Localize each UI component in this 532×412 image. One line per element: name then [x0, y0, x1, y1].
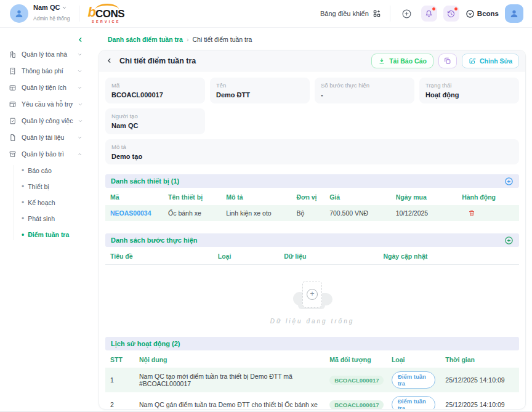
- detail-card: Chi tiết điểm tuần tra Tải Báo Cáo Chỉnh…: [99, 50, 526, 410]
- delete-device-button[interactable]: [462, 209, 514, 217]
- field-description-value: Demo tạo: [111, 153, 513, 160]
- history-content: Nam QC tạo mới điểm tuần tra thiết bị De…: [134, 368, 324, 392]
- devices-section-header: Danh sách thiết bị (1): [105, 174, 519, 188]
- chevron-left-icon: [105, 57, 113, 65]
- activity-history-button[interactable]: [443, 6, 459, 22]
- user-name: Nam QC: [33, 4, 60, 12]
- sidebar-item-fee-notice[interactable]: Thông báo phí: [9, 65, 83, 76]
- field-creator: Người tạo Nam QC: [105, 108, 205, 134]
- archive-box-icon: [9, 150, 17, 158]
- org-icon: [465, 9, 475, 18]
- col-header: Tên thiết bị: [163, 188, 221, 205]
- org-switcher[interactable]: Bcons: [465, 9, 499, 18]
- apps-grid-icon: [373, 9, 381, 18]
- download-report-button[interactable]: Tải Báo Cáo: [371, 54, 433, 68]
- add-device-button[interactable]: [504, 177, 514, 186]
- col-header: Nội dung: [134, 350, 324, 368]
- copy-icon: [443, 57, 451, 65]
- user-menu[interactable]: Nam QC Admin hệ thống: [10, 4, 70, 23]
- field-step-count: Số bước thực hiện -: [315, 78, 414, 103]
- edit-icon: [469, 57, 476, 65]
- chevron-down-icon: [78, 118, 83, 124]
- add-button[interactable]: [399, 6, 415, 22]
- maintenance-submenu: •Báo cáo •Thiết bị •Kế hoạch •Phát sinh …: [14, 165, 83, 240]
- field-creator-value: Nam QC: [111, 122, 199, 129]
- empty-illustration: +: [292, 281, 332, 309]
- type-pill: Điểm tuần tra: [392, 371, 435, 389]
- plus-circle-icon: [504, 177, 514, 186]
- logo-swoosh: [95, 4, 119, 9]
- history-content: Nam QC gán điểm tuần tra Demo ĐTT cho th…: [134, 392, 324, 410]
- field-name: Tên Demo ĐTT: [210, 78, 310, 103]
- col-header: Thời gian: [440, 350, 519, 368]
- col-header: Hành động: [457, 188, 519, 205]
- device-purchase-date: 10/12/2025: [391, 205, 457, 221]
- sidebar-item-building-management[interactable]: Quản lý tòa nhà: [9, 49, 83, 60]
- device-row: NEOAS00034 Ốc bánh xe Linh kiện xe oto B…: [105, 205, 519, 221]
- history-time: 25/12/2025 14:10:09: [440, 368, 519, 392]
- copy-button[interactable]: [438, 54, 457, 68]
- chevron-down-icon: [77, 85, 83, 91]
- divider: [390, 6, 390, 22]
- chevron-left-icon: [76, 36, 84, 44]
- panel-icon: [9, 100, 17, 108]
- sidebar-item-task-management[interactable]: Quản lý công việc: [9, 115, 83, 126]
- dashboard-link[interactable]: Bảng điều khiển: [320, 9, 381, 18]
- trash-icon: [468, 209, 475, 217]
- sidebar-collapse-button[interactable]: [76, 36, 84, 44]
- col-header: Giá: [324, 188, 391, 205]
- col-header: Dữ liệu: [279, 247, 378, 265]
- col-header: Mã đối tượng: [324, 350, 387, 368]
- device-code-link[interactable]: NEOAS00034: [110, 209, 151, 217]
- sidebar-subitem-incidents[interactable]: •Phát sinh: [22, 213, 83, 224]
- back-button[interactable]: [105, 57, 113, 65]
- logo-b-glyph: b: [88, 6, 96, 19]
- col-header: STT: [105, 350, 134, 368]
- empty-state: + Dữ liệu đang trống: [105, 265, 519, 331]
- history-table: STT Nội dung Mã đối tượng Loại Thời gian…: [105, 350, 519, 410]
- sidebar-subitem-plans[interactable]: •Kế hoạch: [22, 197, 83, 208]
- notification-badge: [432, 7, 436, 11]
- add-step-button[interactable]: [504, 236, 514, 245]
- sidebar-item-requests-support[interactable]: Yêu cầu và hỗ trợ: [9, 99, 83, 110]
- breadcrumb-separator: ›: [187, 36, 189, 43]
- edit-button[interactable]: Chỉnh Sửa: [462, 54, 519, 68]
- person-icon: [509, 9, 519, 18]
- brand-logo[interactable]: b CONS SERVICE: [88, 3, 125, 24]
- notifications-button[interactable]: [421, 6, 437, 22]
- sidebar-item-maintenance-management[interactable]: Quản lý bảo trì: [9, 148, 83, 160]
- page-title: Chi tiết điểm tuần tra: [119, 57, 196, 65]
- col-header: Đơn vị: [291, 188, 324, 205]
- field-status: Trạng thái Hoạt động: [419, 78, 519, 103]
- profile-avatar[interactable]: [505, 4, 523, 23]
- chevron-down-icon: [62, 5, 67, 10]
- breadcrumb-parent[interactable]: Danh sách điểm tuần tra: [108, 36, 183, 43]
- divider: [79, 6, 79, 22]
- sidebar-item-document-management[interactable]: Quản lý tài liệu: [9, 132, 83, 143]
- devices-table: Mã Tên thiết bị Mô tả Đơn vị Giá Ngày mu…: [105, 188, 519, 221]
- chevron-down-icon: [77, 68, 83, 74]
- device-price: 700.500 VNĐ: [324, 205, 391, 221]
- empty-text: Dữ liệu đang trống: [270, 318, 355, 325]
- user-avatar[interactable]: [10, 4, 28, 23]
- user-role: Admin hệ thống: [33, 15, 70, 22]
- object-code-badge: BCOACL000017: [329, 376, 384, 385]
- breadcrumb-row: Danh sách điểm tuần tra › Chi tiết điểm …: [90, 33, 526, 46]
- sidebar-subitem-devices[interactable]: •Thiết bị: [22, 181, 83, 192]
- field-step-count-value: -: [321, 91, 408, 99]
- col-header: Loại: [213, 247, 280, 265]
- sidebar-item-utilities[interactable]: Quản lý tiện ích: [9, 82, 83, 93]
- breadcrumb-current: Chi tiết điểm tuần tra: [192, 36, 252, 43]
- sidebar-subitem-reports[interactable]: •Báo cáo: [22, 165, 83, 176]
- main-content: Danh sách điểm tuần tra › Chi tiết điểm …: [86, 28, 532, 411]
- sidebar-subitem-patrol-points[interactable]: •Điểm tuần tra: [22, 229, 83, 240]
- panel-icon: [9, 84, 17, 92]
- history-section-title: Lịch sử hoạt động (2): [111, 340, 180, 347]
- field-name-value: Demo ĐTT: [216, 91, 304, 99]
- type-pill: Điểm tuần tra: [392, 396, 435, 410]
- logo-subtext: SERVICE: [92, 20, 120, 24]
- history-time: 25/12/2025 14:10:09: [440, 392, 519, 410]
- history-row: 2 Nam QC gán điểm tuần tra Demo ĐTT cho …: [105, 392, 519, 410]
- col-header: Ngày mua: [391, 188, 457, 205]
- chevron-down-icon: [78, 102, 83, 107]
